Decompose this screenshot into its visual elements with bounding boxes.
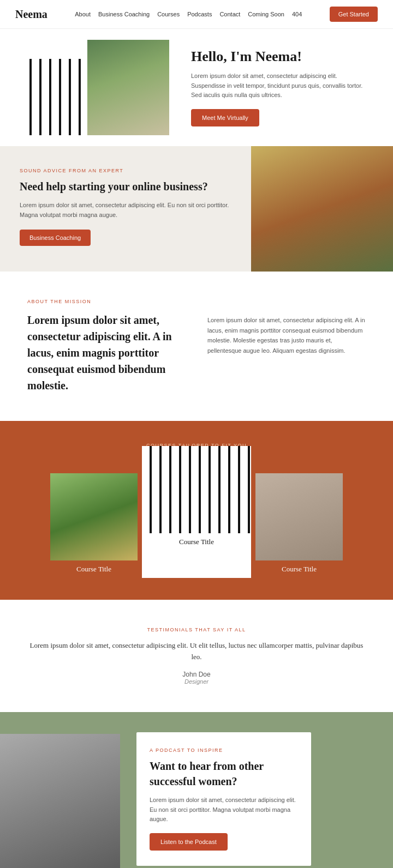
mission-left: ABOUT THE MISSION Lorem ipsum dolor sit … [27,299,186,394]
mission-right: Lorem ipsum dolor sit amet, consectetur … [207,299,366,394]
course-image-right [255,473,343,560]
nav-coaching[interactable]: Business Coaching [98,11,150,17]
hero-body: Lorem ipsum dolor sit amet, consectetur … [191,71,371,100]
course-card-left: Course Title [50,473,138,578]
course-title-right: Course Title [255,560,343,578]
nav-coming-soon[interactable]: Coming Soon [248,11,284,17]
podcast-heading: Want to hear from other successful women… [150,758,298,789]
nav-logo: Neema [15,8,47,21]
mission-section-label: ABOUT THE MISSION [27,299,186,304]
course-card-center: Course Title View All Courses [142,446,251,578]
hero-heading: Hello, I'm Neema! [191,49,371,65]
course-image-center [142,446,251,533]
course-card-right: Course Title [255,473,343,578]
hero-text: Hello, I'm Neema! Lorem ipsum dolor sit … [180,49,371,126]
coaching-content: SOUND ADVICE FROM AN EXPERT Need help st… [0,146,251,272]
mission-section: ABOUT THE MISSION Lorem ipsum dolor sit … [0,272,393,421]
hero-image-person [87,40,169,135]
course-title-left: Course Title [50,560,138,578]
course-title-center: Course Title [142,533,251,551]
coaching-cta-button[interactable]: Business Coaching [20,230,91,246]
main-nav: Neema About Business Coaching Courses Po… [0,0,393,29]
testimonials-section: TESTIMONIALS THAT SAY IT ALL Lorem ipsum… [0,600,393,712]
nav-cta-button[interactable]: Get Started [330,7,378,22]
testimonial-role: Designer [27,678,366,685]
nav-404[interactable]: 404 [292,11,302,17]
nav-links: About Business Coaching Courses Podcasts… [75,11,302,17]
podcast-person-image [0,734,120,868]
podcast-card: A PODCAST TO INSPIRE Want to hear from o… [136,732,311,866]
hero-cta-button[interactable]: Meet Me Virtually [191,109,259,126]
podcast-content: A PODCAST TO INSPIRE Want to hear from o… [120,712,393,868]
coaching-section: SOUND ADVICE FROM AN EXPERT Need help st… [0,146,393,272]
mission-heading: Lorem ipsum dolor sit amet, consectetur … [27,312,186,394]
hero-image-piano [22,59,82,135]
coaching-body: Lorem ipsum dolor sit amet, consectetur … [20,201,231,220]
mission-body: Lorem ipsum dolor sit amet, consectetur … [207,315,366,356]
nav-contact[interactable]: Contact [219,11,240,17]
course-image-left [50,473,138,560]
courses-grid: Course Title Course Title View All Cours… [16,457,377,578]
podcast-section-label: A PODCAST TO INSPIRE [150,748,298,753]
nav-about[interactable]: About [75,11,91,17]
podcast-section: A PODCAST TO INSPIRE Want to hear from o… [0,712,393,868]
testimonial-quote: Lorem ipsum dolor sit amet, consectetur … [27,640,366,663]
hero-images [22,40,169,135]
nav-podcasts[interactable]: Podcasts [187,11,212,17]
view-all-courses-button[interactable]: View All Courses [162,555,231,572]
testimonial-name: John Doe [27,671,366,678]
coaching-image [251,146,393,272]
podcast-body: Lorem ipsum dolor sit amet, consectetur … [150,795,298,824]
hero-section: Hello, I'm Neema! Lorem ipsum dolor sit … [0,29,393,146]
courses-section: COURSES TAILORED TO FIT YOU Course Title… [0,421,393,600]
podcast-cta-button[interactable]: Listen to the Podcast [150,833,228,851]
coaching-section-label: SOUND ADVICE FROM AN EXPERT [20,168,231,173]
testimonials-section-label: TESTIMONIALS THAT SAY IT ALL [27,627,366,632]
nav-courses[interactable]: Courses [157,11,180,17]
coaching-heading: Need help starting your online business? [20,179,231,194]
